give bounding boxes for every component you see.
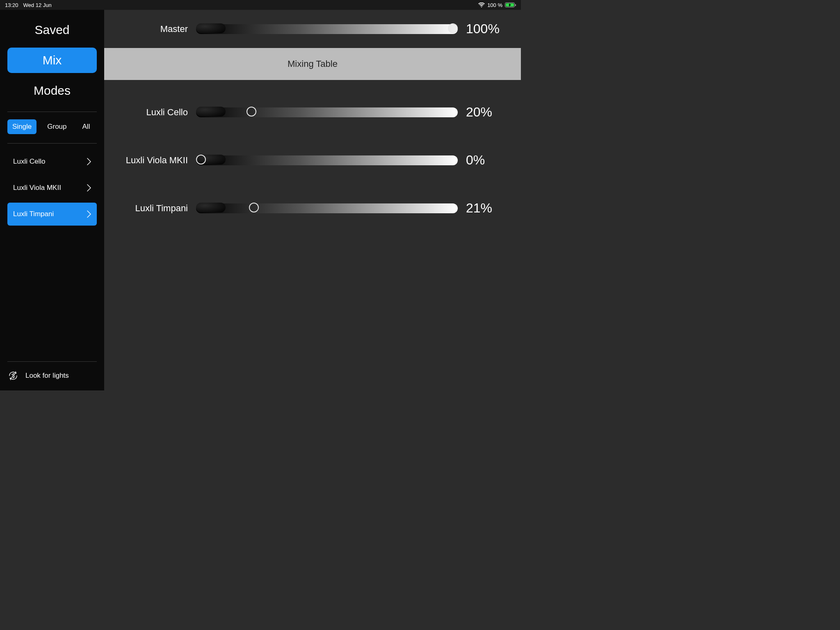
device-list: Luxli Cello Luxli Viola MKII Luxli Timpa… (0, 147, 104, 229)
wifi-icon (478, 2, 485, 7)
sidebar-device-timpani[interactable]: Luxli Timpani (7, 203, 97, 226)
filter-single[interactable]: Single (7, 119, 37, 134)
mixing-table-header: Mixing Table (104, 48, 521, 80)
channel-slider-timpani[interactable] (196, 203, 458, 214)
channel-label: Luxli Cello (114, 107, 188, 118)
sidebar-device-viola[interactable]: Luxli Viola MKII (7, 176, 97, 199)
status-time: 13:20 (5, 2, 18, 8)
channel-row: Luxli Viola MKII 0% (114, 136, 511, 184)
channel-row: Luxli Timpani 21% (114, 184, 511, 232)
master-label: Master (114, 24, 188, 34)
device-label: Luxli Cello (13, 158, 45, 166)
channel-value: 20% (466, 105, 511, 120)
look-for-lights[interactable]: Look for lights (7, 361, 97, 390)
channel-value: 21% (466, 201, 511, 216)
filter-row: Single Group All (0, 115, 104, 140)
sidebar: Saved Mix Modes Single Group All Luxli C… (0, 10, 104, 390)
sidebar-device-cello[interactable]: Luxli Cello (7, 150, 97, 173)
slider-thumb-icon[interactable] (249, 203, 259, 212)
status-date: Wed 12 Jun (23, 2, 52, 8)
slider-thumb-icon[interactable] (247, 107, 256, 116)
bluetooth-refresh-icon (7, 370, 19, 381)
master-row: Master 100% (104, 10, 521, 48)
look-for-lights-label: Look for lights (25, 372, 69, 380)
filter-group[interactable]: Group (42, 119, 71, 134)
main: Master 100% Mixing Table Luxli Cello 20% (104, 10, 521, 390)
device-label: Luxli Timpani (13, 210, 54, 218)
divider (7, 112, 97, 112)
divider (7, 143, 97, 144)
device-label: Luxli Viola MKII (13, 184, 61, 192)
chevron-right-icon (87, 210, 91, 218)
chevron-right-icon (87, 184, 91, 192)
status-battery-pct: 100 % (487, 2, 502, 8)
channel-label: Luxli Viola MKII (114, 155, 188, 166)
master-slider[interactable] (196, 23, 458, 35)
filter-all[interactable]: All (78, 119, 95, 134)
nav-mix[interactable]: Mix (7, 48, 97, 73)
chevron-right-icon (87, 158, 91, 165)
nav-saved[interactable]: Saved (7, 17, 97, 43)
status-bar: 13:20 Wed 12 Jun 100 % (0, 0, 521, 10)
channel-slider-cello[interactable] (196, 107, 458, 118)
channel-row: Luxli Cello 20% (114, 88, 511, 136)
slider-thumb-icon[interactable] (448, 23, 458, 33)
channel-label: Luxli Timpani (114, 203, 188, 214)
slider-thumb-icon[interactable] (196, 155, 206, 164)
channel-value: 0% (466, 153, 511, 168)
nav-modes[interactable]: Modes (7, 78, 97, 103)
channel-slider-viola[interactable] (196, 155, 458, 166)
battery-icon (505, 2, 516, 7)
master-value: 100% (466, 21, 511, 37)
